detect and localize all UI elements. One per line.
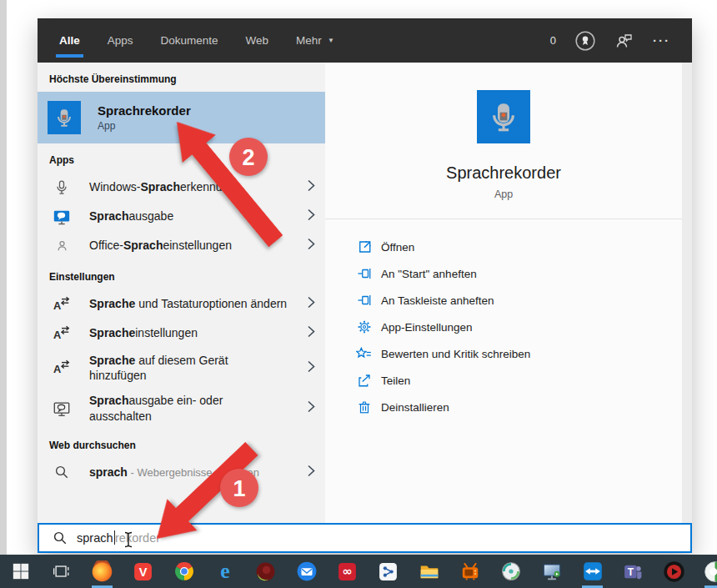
search-filter-bar: Alle Apps Dokumente Web Mehr ▼ 0: [38, 18, 692, 63]
best-match-title: Sprachrekorder: [98, 103, 191, 118]
search-icon: [53, 530, 68, 545]
language-icon: A: [53, 324, 71, 343]
teamviewer-icon: [582, 560, 604, 582]
action-teilen[interactable]: Teilen: [325, 367, 682, 394]
tab-apps[interactable]: Apps: [108, 18, 133, 63]
tab-dokumente-label: Dokumente: [161, 34, 218, 47]
more-options-icon[interactable]: ···: [653, 33, 670, 48]
chevron-right-icon: [308, 465, 315, 480]
tab-apps-label: Apps: [108, 34, 133, 47]
chevron-right-icon: [308, 238, 315, 254]
sharex-icon: [378, 561, 399, 582]
result-office-spracheinstellungen[interactable]: Office-Spracheinstellungen: [38, 231, 325, 260]
result-sprachausgabe[interactable]: Sprachausgabe: [38, 202, 325, 231]
tab-alle[interactable]: Alle: [59, 18, 80, 63]
taskbar-cisco-anyconnect[interactable]: [490, 555, 531, 588]
result-label: Sprache und Tastaturoptionen ändern: [89, 291, 287, 316]
pin-icon: [356, 293, 372, 309]
tab-alle-label: Alle: [59, 34, 80, 47]
thunderbird-icon: [296, 560, 318, 582]
action-an-start-anheften[interactable]: An "Start" anheften: [325, 260, 682, 287]
tab-dokumente[interactable]: Dokumente: [161, 18, 218, 63]
taskbar-teams[interactable]: T: [613, 555, 654, 588]
taskbar-remote-desktop[interactable]: [531, 555, 572, 588]
pin-icon: [356, 266, 372, 282]
action-oeffnen[interactable]: Öffnen: [325, 234, 682, 260]
vivaldi-icon: V: [133, 561, 153, 582]
chrome-icon: [173, 560, 195, 582]
preview-subtitle: App: [494, 188, 513, 200]
best-match-subtitle: App: [98, 120, 191, 132]
search-typed-text: sprach: [77, 531, 113, 545]
taskbar-thunderbird[interactable]: [286, 555, 327, 588]
taskbar-chrome[interactable]: [163, 555, 204, 588]
action-label: Öffnen: [381, 241, 414, 254]
action-an-taskleiste-anheften[interactable]: An Taskleiste anheften: [325, 287, 682, 314]
task-view-icon: [53, 562, 71, 580]
divider: [325, 219, 682, 219]
gear-icon: [356, 319, 372, 335]
result-web-sprach[interactable]: sprach - Webergebnisse anzeigen: [38, 458, 325, 487]
search-input[interactable]: sprachrekorder: [38, 523, 692, 553]
tab-web[interactable]: Web: [246, 18, 269, 63]
context-actions: Öffnen An "Start" anheften: [325, 234, 682, 420]
scrollbar[interactable]: [682, 63, 692, 523]
taskbar-start-button[interactable]: [0, 555, 41, 588]
result-label: Sprachausgabe ein- oder ausschalten: [89, 388, 288, 428]
action-deinstallieren[interactable]: Deinstallieren: [325, 394, 682, 420]
chevron-right-icon: [308, 179, 315, 195]
tab-mehr-dropdown[interactable]: Mehr ▼: [296, 18, 334, 63]
results-list: Höchste Übereinstimmung Sprachrekorder A…: [38, 63, 325, 523]
microphone-icon: [53, 178, 71, 197]
trash-icon: [356, 400, 372, 415]
taskbar-tv-app[interactable]: [449, 555, 490, 588]
tab-web-label: Web: [246, 34, 269, 47]
result-sprache-tastaturoptionen[interactable]: A Sprache und Tastaturoptionen ändern: [38, 289, 325, 319]
feedback-icon[interactable]: [614, 31, 634, 51]
voice-recorder-app-icon: [48, 101, 81, 134]
taskbar-task-view-button[interactable]: [41, 555, 82, 588]
taskbar-edge[interactable]: e: [204, 555, 245, 588]
result-label: sprach - Webergebnisse anzeigen: [89, 460, 259, 485]
taskbar: V e ∞: [0, 555, 717, 588]
taskbar-vivaldi[interactable]: V: [123, 555, 163, 588]
taskbar-file-explorer[interactable]: [409, 555, 449, 588]
taskbar-adobe-creative-cloud[interactable]: ∞: [327, 555, 368, 588]
start-search-window: Alle Apps Dokumente Web Mehr ▼ 0: [38, 18, 692, 553]
teams-icon: T: [623, 561, 644, 582]
taskbar-teamviewer[interactable]: [572, 555, 613, 588]
chevron-right-icon: [308, 360, 315, 376]
webex-icon: [704, 560, 717, 583]
preview-title: Sprachrekorder: [446, 163, 561, 183]
taskbar-webex[interactable]: [694, 555, 717, 588]
svg-text:A: A: [53, 363, 61, 375]
result-spracheinstellungen[interactable]: A Spracheinstellungen: [38, 319, 325, 348]
result-sprache-hinzufuegen[interactable]: A Sprache auf diesem Gerät hinzufügen: [38, 348, 325, 388]
action-label: Bewerten und Kritik schreiben: [381, 348, 530, 360]
rewards-count: 0: [550, 34, 556, 47]
svg-text:e: e: [220, 560, 229, 583]
taskbar-media-player[interactable]: [654, 555, 694, 588]
svg-text:V: V: [139, 565, 148, 578]
action-label: Teilen: [381, 374, 410, 387]
firefox-icon: [91, 560, 113, 583]
result-windows-spracherkennung[interactable]: Windows-Spracherkennung: [38, 173, 325, 202]
tv-app-icon: [459, 560, 481, 582]
result-label: Sprache auf diesem Gerät hinzufügen: [89, 348, 288, 388]
search-icon: [53, 463, 71, 481]
action-label: Deinstallieren: [381, 401, 449, 414]
chevron-down-icon: ▼: [328, 37, 334, 44]
svg-text:T: T: [628, 566, 634, 578]
chevron-right-icon: [308, 296, 315, 312]
taskbar-firefox[interactable]: [82, 555, 123, 588]
settings-header: Einstellungen: [38, 260, 325, 289]
result-sprachausgabe-umschalten[interactable]: Sprachausgabe ein- oder ausschalten: [38, 388, 325, 428]
web-search-header: Web durchsuchen: [38, 429, 325, 458]
action-app-einstellungen[interactable]: App-Einstellungen: [325, 314, 682, 340]
action-bewerten[interactable]: Bewerten und Kritik schreiben: [325, 340, 682, 367]
action-label: App-Einstellungen: [381, 321, 473, 334]
best-match-result-sprachrekorder[interactable]: Sprachrekorder App: [38, 92, 325, 143]
taskbar-seamonkey[interactable]: [245, 555, 286, 588]
rewards-medal-icon[interactable]: [574, 30, 596, 52]
taskbar-sharex[interactable]: [368, 555, 409, 588]
